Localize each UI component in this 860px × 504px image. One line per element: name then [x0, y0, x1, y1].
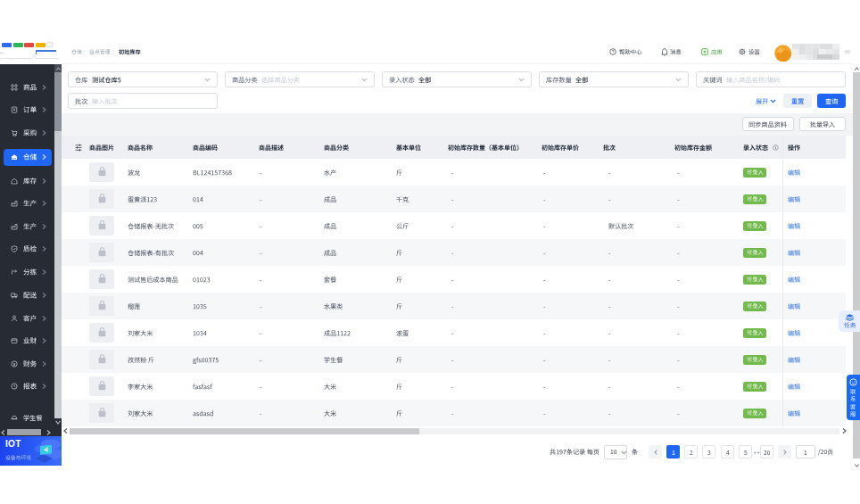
svg-text:?: ? — [612, 50, 615, 54]
